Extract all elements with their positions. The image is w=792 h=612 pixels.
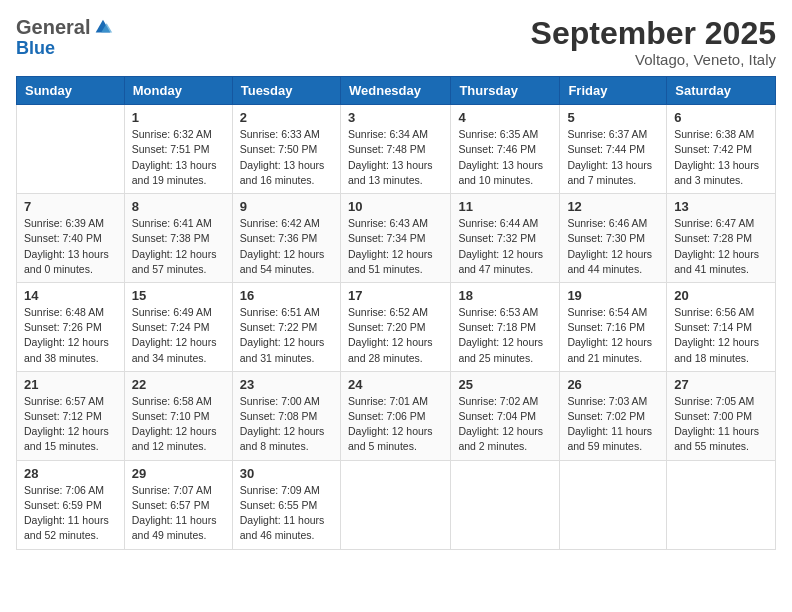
page-header: General Blue September 2025 Voltago, Ven… <box>16 16 776 68</box>
day-info: Sunrise: 6:34 AM Sunset: 7:48 PM Dayligh… <box>348 127 443 188</box>
column-header-thursday: Thursday <box>451 77 560 105</box>
day-number: 3 <box>348 110 443 125</box>
day-number: 16 <box>240 288 333 303</box>
calendar-cell: 16Sunrise: 6:51 AM Sunset: 7:22 PM Dayli… <box>232 282 340 371</box>
day-number: 6 <box>674 110 768 125</box>
calendar-cell: 26Sunrise: 7:03 AM Sunset: 7:02 PM Dayli… <box>560 371 667 460</box>
day-info: Sunrise: 7:07 AM Sunset: 6:57 PM Dayligh… <box>132 483 225 544</box>
day-info: Sunrise: 7:05 AM Sunset: 7:00 PM Dayligh… <box>674 394 768 455</box>
title-block: September 2025 Voltago, Veneto, Italy <box>531 16 776 68</box>
logo-blue-text: Blue <box>16 38 55 59</box>
day-info: Sunrise: 6:38 AM Sunset: 7:42 PM Dayligh… <box>674 127 768 188</box>
day-number: 30 <box>240 466 333 481</box>
day-number: 9 <box>240 199 333 214</box>
calendar-cell: 27Sunrise: 7:05 AM Sunset: 7:00 PM Dayli… <box>667 371 776 460</box>
calendar-cell <box>340 460 450 549</box>
day-number: 10 <box>348 199 443 214</box>
calendar-cell: 12Sunrise: 6:46 AM Sunset: 7:30 PM Dayli… <box>560 194 667 283</box>
day-number: 5 <box>567 110 659 125</box>
calendar-week-2: 7Sunrise: 6:39 AM Sunset: 7:40 PM Daylig… <box>17 194 776 283</box>
calendar-cell: 11Sunrise: 6:44 AM Sunset: 7:32 PM Dayli… <box>451 194 560 283</box>
day-number: 11 <box>458 199 552 214</box>
day-info: Sunrise: 6:51 AM Sunset: 7:22 PM Dayligh… <box>240 305 333 366</box>
calendar-week-1: 1Sunrise: 6:32 AM Sunset: 7:51 PM Daylig… <box>17 105 776 194</box>
calendar-cell: 29Sunrise: 7:07 AM Sunset: 6:57 PM Dayli… <box>124 460 232 549</box>
day-number: 29 <box>132 466 225 481</box>
day-info: Sunrise: 6:44 AM Sunset: 7:32 PM Dayligh… <box>458 216 552 277</box>
day-number: 1 <box>132 110 225 125</box>
calendar-cell: 8Sunrise: 6:41 AM Sunset: 7:38 PM Daylig… <box>124 194 232 283</box>
day-info: Sunrise: 6:32 AM Sunset: 7:51 PM Dayligh… <box>132 127 225 188</box>
day-number: 25 <box>458 377 552 392</box>
calendar-week-3: 14Sunrise: 6:48 AM Sunset: 7:26 PM Dayli… <box>17 282 776 371</box>
day-info: Sunrise: 6:33 AM Sunset: 7:50 PM Dayligh… <box>240 127 333 188</box>
day-number: 24 <box>348 377 443 392</box>
day-info: Sunrise: 6:49 AM Sunset: 7:24 PM Dayligh… <box>132 305 225 366</box>
calendar-cell: 22Sunrise: 6:58 AM Sunset: 7:10 PM Dayli… <box>124 371 232 460</box>
day-number: 12 <box>567 199 659 214</box>
day-number: 23 <box>240 377 333 392</box>
calendar-cell: 6Sunrise: 6:38 AM Sunset: 7:42 PM Daylig… <box>667 105 776 194</box>
calendar-cell <box>17 105 125 194</box>
day-info: Sunrise: 6:39 AM Sunset: 7:40 PM Dayligh… <box>24 216 117 277</box>
day-number: 18 <box>458 288 552 303</box>
calendar-week-4: 21Sunrise: 6:57 AM Sunset: 7:12 PM Dayli… <box>17 371 776 460</box>
calendar-cell: 9Sunrise: 6:42 AM Sunset: 7:36 PM Daylig… <box>232 194 340 283</box>
day-number: 26 <box>567 377 659 392</box>
calendar-cell <box>667 460 776 549</box>
day-info: Sunrise: 6:54 AM Sunset: 7:16 PM Dayligh… <box>567 305 659 366</box>
day-number: 22 <box>132 377 225 392</box>
column-header-saturday: Saturday <box>667 77 776 105</box>
day-info: Sunrise: 7:02 AM Sunset: 7:04 PM Dayligh… <box>458 394 552 455</box>
day-info: Sunrise: 6:56 AM Sunset: 7:14 PM Dayligh… <box>674 305 768 366</box>
calendar-cell: 20Sunrise: 6:56 AM Sunset: 7:14 PM Dayli… <box>667 282 776 371</box>
calendar-cell: 30Sunrise: 7:09 AM Sunset: 6:55 PM Dayli… <box>232 460 340 549</box>
calendar-cell: 25Sunrise: 7:02 AM Sunset: 7:04 PM Dayli… <box>451 371 560 460</box>
day-info: Sunrise: 7:03 AM Sunset: 7:02 PM Dayligh… <box>567 394 659 455</box>
day-number: 14 <box>24 288 117 303</box>
calendar-cell: 21Sunrise: 6:57 AM Sunset: 7:12 PM Dayli… <box>17 371 125 460</box>
calendar-cell: 5Sunrise: 6:37 AM Sunset: 7:44 PM Daylig… <box>560 105 667 194</box>
day-number: 21 <box>24 377 117 392</box>
day-info: Sunrise: 6:43 AM Sunset: 7:34 PM Dayligh… <box>348 216 443 277</box>
day-info: Sunrise: 7:01 AM Sunset: 7:06 PM Dayligh… <box>348 394 443 455</box>
day-info: Sunrise: 6:35 AM Sunset: 7:46 PM Dayligh… <box>458 127 552 188</box>
day-number: 8 <box>132 199 225 214</box>
location: Voltago, Veneto, Italy <box>531 51 776 68</box>
column-header-wednesday: Wednesday <box>340 77 450 105</box>
logo-general-text: General <box>16 17 90 37</box>
calendar-cell: 17Sunrise: 6:52 AM Sunset: 7:20 PM Dayli… <box>340 282 450 371</box>
calendar-cell: 19Sunrise: 6:54 AM Sunset: 7:16 PM Dayli… <box>560 282 667 371</box>
column-header-tuesday: Tuesday <box>232 77 340 105</box>
day-info: Sunrise: 6:57 AM Sunset: 7:12 PM Dayligh… <box>24 394 117 455</box>
day-info: Sunrise: 6:58 AM Sunset: 7:10 PM Dayligh… <box>132 394 225 455</box>
logo-icon <box>92 16 114 38</box>
day-number: 27 <box>674 377 768 392</box>
day-number: 4 <box>458 110 552 125</box>
calendar-cell: 4Sunrise: 6:35 AM Sunset: 7:46 PM Daylig… <box>451 105 560 194</box>
calendar-table: SundayMondayTuesdayWednesdayThursdayFrid… <box>16 76 776 549</box>
day-number: 2 <box>240 110 333 125</box>
day-number: 15 <box>132 288 225 303</box>
day-number: 19 <box>567 288 659 303</box>
calendar-cell: 18Sunrise: 6:53 AM Sunset: 7:18 PM Dayli… <box>451 282 560 371</box>
calendar-cell <box>560 460 667 549</box>
day-info: Sunrise: 6:47 AM Sunset: 7:28 PM Dayligh… <box>674 216 768 277</box>
calendar-cell: 3Sunrise: 6:34 AM Sunset: 7:48 PM Daylig… <box>340 105 450 194</box>
calendar-cell: 15Sunrise: 6:49 AM Sunset: 7:24 PM Dayli… <box>124 282 232 371</box>
column-header-sunday: Sunday <box>17 77 125 105</box>
column-header-monday: Monday <box>124 77 232 105</box>
day-info: Sunrise: 6:42 AM Sunset: 7:36 PM Dayligh… <box>240 216 333 277</box>
calendar-cell: 28Sunrise: 7:06 AM Sunset: 6:59 PM Dayli… <box>17 460 125 549</box>
calendar-cell: 13Sunrise: 6:47 AM Sunset: 7:28 PM Dayli… <box>667 194 776 283</box>
calendar-cell: 23Sunrise: 7:00 AM Sunset: 7:08 PM Dayli… <box>232 371 340 460</box>
calendar-cell: 1Sunrise: 6:32 AM Sunset: 7:51 PM Daylig… <box>124 105 232 194</box>
day-number: 13 <box>674 199 768 214</box>
day-number: 20 <box>674 288 768 303</box>
month-title: September 2025 <box>531 16 776 51</box>
day-number: 28 <box>24 466 117 481</box>
logo: General Blue <box>16 16 114 59</box>
calendar-header-row: SundayMondayTuesdayWednesdayThursdayFrid… <box>17 77 776 105</box>
day-info: Sunrise: 7:09 AM Sunset: 6:55 PM Dayligh… <box>240 483 333 544</box>
day-info: Sunrise: 7:06 AM Sunset: 6:59 PM Dayligh… <box>24 483 117 544</box>
